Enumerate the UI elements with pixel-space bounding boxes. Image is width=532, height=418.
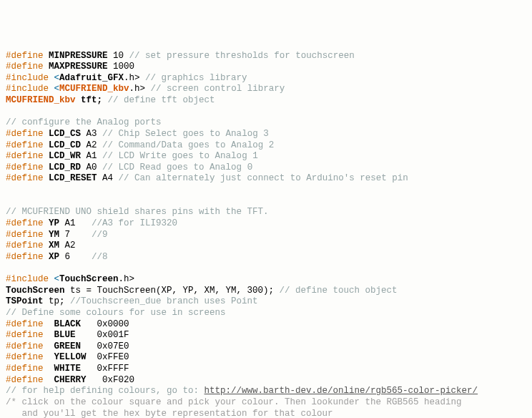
macro-val: A3	[87, 129, 97, 139]
line-comment: // LCD Write goes to Analog 1	[102, 151, 258, 161]
macro-name: LCD_RESET	[49, 173, 97, 183]
include-open: <	[54, 73, 60, 83]
macro-name: GREEN	[54, 341, 82, 351]
macro-name: YM	[49, 230, 59, 240]
macro-val: 6	[65, 252, 71, 262]
include-hdr: MCUFRIEND_kbv	[59, 84, 129, 94]
macro-name: LCD_RD	[49, 162, 81, 172]
macro-val: 10	[113, 51, 124, 61]
ml-comment: and you'll get the hex byte representati…	[6, 409, 333, 419]
line-comment: //A3 for ILI9320	[92, 218, 177, 228]
code-rest: ts = TouchScreen(XP, YP, XM, YM, 300);	[65, 286, 275, 296]
line-comment: // Command/Data goes to Analog 2	[102, 140, 274, 150]
macro-name: MINPRESSURE	[49, 51, 108, 61]
macro-val: 0xFFFF	[97, 364, 129, 374]
macro-name: BLUE	[54, 330, 76, 340]
line-comment: // for help defining colours, go to:	[6, 386, 205, 396]
macro-name: YP	[49, 218, 59, 228]
line-comment: //8	[92, 252, 108, 262]
directive-kw: #define	[6, 319, 44, 329]
directive-kw: #define	[6, 252, 44, 262]
macro-name: MAXPRESSURE	[49, 62, 108, 72]
line-comment: //9	[92, 230, 108, 240]
ml-comment: /* click on the colour square and pick y…	[6, 397, 462, 407]
macro-name: LCD_WR	[49, 151, 81, 161]
line-comment: // set pressure thresholds for touchscre…	[129, 51, 355, 61]
directive-kw: #include	[6, 274, 49, 284]
line-comment: // configure the Analog ports	[6, 117, 162, 127]
macro-val: 0x07E0	[97, 341, 129, 351]
directive-kw: #define	[6, 173, 44, 183]
directive-kw: #define	[6, 62, 44, 72]
line-comment: //Touchscreen_due branch uses Point	[70, 296, 258, 306]
line-comment: // define tft object	[108, 95, 215, 105]
directive-kw: #define	[6, 140, 44, 150]
macro-name: WHITE	[54, 364, 82, 374]
type-name: MCUFRIEND_kbv	[6, 95, 76, 105]
help-link[interactable]: http://www.barth-dev.de/online/rgb565-co…	[205, 386, 478, 396]
directive-kw: #define	[6, 364, 44, 374]
macro-val: A2	[87, 140, 97, 150]
macro-name: LCD_CD	[49, 140, 81, 150]
line-comment: // screen control library	[151, 84, 285, 94]
include-ext: .h>	[119, 274, 135, 284]
directive-kw: #define	[6, 129, 44, 139]
macro-val: 0x0000	[97, 319, 129, 329]
macro-val: 7	[65, 230, 71, 240]
macro-val: A4	[102, 173, 113, 183]
include-open: <	[54, 274, 60, 284]
macro-name: CHERRY	[54, 375, 87, 385]
var-name: tft;	[81, 95, 102, 105]
directive-kw: #define	[6, 341, 44, 351]
macro-val: A0	[87, 162, 97, 172]
type-name: TouchScreen	[6, 286, 65, 296]
line-comment: // Define some colours for use in screen…	[6, 308, 226, 318]
include-hdr: Adafruit_GFX	[59, 73, 124, 83]
directive-kw: #define	[6, 151, 44, 161]
macro-val: A1	[87, 151, 97, 161]
macro-name: BLACK	[54, 319, 82, 329]
macro-val: 1000	[113, 62, 134, 72]
directive-kw: #define	[6, 218, 44, 228]
code-rest: tp;	[44, 296, 65, 306]
include-ext: .h>	[129, 84, 146, 94]
macro-val: 0xF020	[102, 375, 134, 385]
directive-kw: #define	[6, 330, 44, 340]
directive-kw: #define	[6, 375, 44, 385]
include-hdr: TouchScreen	[59, 274, 119, 284]
code-block: #define MINPRESSURE 10 // set pressure t…	[6, 51, 526, 419]
macro-name: XP	[49, 252, 59, 262]
macro-val: 0xFFE0	[97, 352, 129, 362]
directive-kw: #define	[6, 352, 44, 362]
line-comment: // graphics library	[145, 73, 247, 83]
include-ext: .h>	[124, 73, 140, 83]
directive-kw: #include	[6, 84, 49, 94]
directive-kw: #define	[6, 51, 44, 61]
line-comment: // Can alternately just connect to Ardui…	[119, 173, 408, 183]
directive-kw: #define	[6, 240, 44, 251]
macro-name: LCD_CS	[49, 129, 81, 139]
line-comment: // define touch object	[280, 286, 398, 296]
line-comment: // Chip Select goes to Analog 3	[102, 129, 269, 139]
line-comment: // LCD Read goes to Analog 0	[102, 162, 252, 172]
type-name: TSPoint	[6, 296, 44, 306]
macro-name: YELLOW	[54, 352, 87, 362]
macro-name: XM	[49, 240, 59, 251]
include-open: <	[54, 84, 60, 94]
line-comment: // MCUFRIEND UNO shield shares pins with…	[6, 207, 269, 217]
directive-kw: #define	[6, 162, 44, 172]
directive-kw: #include	[6, 73, 49, 83]
directive-kw: #define	[6, 230, 44, 240]
macro-val: A2	[65, 240, 76, 251]
macro-val: 0x001F	[97, 330, 129, 340]
macro-val: A1	[65, 218, 76, 228]
